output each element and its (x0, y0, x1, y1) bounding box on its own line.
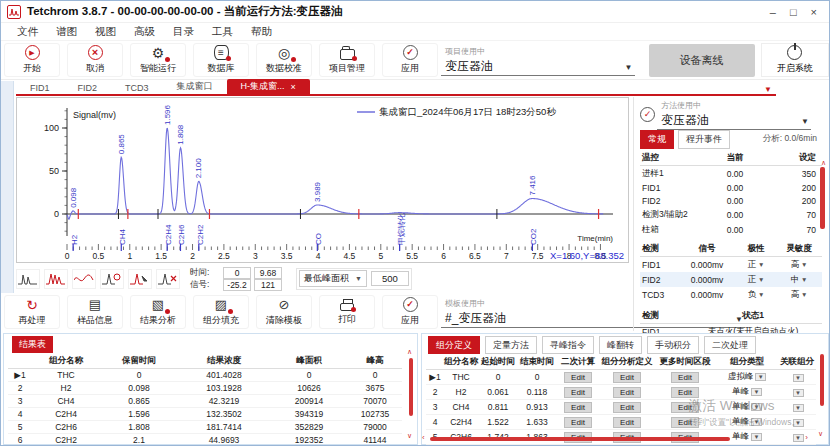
min-peak-area-value[interactable]: 500 (371, 271, 409, 286)
toolbar-button-apply[interactable]: 应用 (382, 295, 438, 329)
wave-tool-icon[interactable] (72, 269, 96, 289)
table-row[interactable]: 4C2H41.5221.633EditEditEdit单峰▼▼ (426, 415, 816, 430)
minimize-button[interactable]: – (770, 6, 776, 18)
table-row[interactable]: 5C2H61.808181.741435282979000 (8, 421, 402, 434)
definitions-horizontal-scrollbar[interactable]: ‹ › (426, 435, 804, 442)
definitions-vertical-scrollbar[interactable]: ∨ (817, 352, 826, 432)
edit-button[interactable]: Edit (564, 387, 592, 398)
edit-button[interactable]: Edit (564, 402, 592, 413)
toolbar-button-reprocess[interactable]: 再处理 (4, 295, 60, 329)
tab-overflow-icon[interactable]: ▼ (764, 85, 776, 94)
min-peak-area-select[interactable]: 最低峰面积 ▼ (299, 270, 367, 287)
edit-button[interactable]: Edit (613, 387, 641, 398)
table-row[interactable]: FID10.000mv正 ▼高 ▼ (640, 257, 822, 273)
table-row[interactable]: FID20.00200 (640, 194, 822, 207)
toolbar-button-project[interactable]: 项目管理 (319, 43, 375, 77)
peaks-group-tool-icon[interactable] (44, 269, 68, 289)
definition-tab-定量方法[interactable]: 定量方法 (485, 336, 537, 354)
table-row[interactable]: 柱箱0.0070 (640, 222, 822, 237)
table-row[interactable]: 检测3/辅助20.0070 (640, 207, 822, 222)
table-row[interactable]: 进样10.00350 (640, 166, 822, 182)
table-row[interactable]: ▶1THC0401.402800 (8, 369, 402, 382)
toolbar-button-clear-template[interactable]: 清除模板 (256, 295, 312, 329)
scroll-up-icon[interactable]: ∧ (821, 159, 826, 167)
tab-close-icon[interactable]: × (291, 82, 296, 92)
toolbar-button-cancel[interactable]: 取消 (67, 43, 123, 77)
chevron-down-icon[interactable]: ▼ (793, 389, 804, 397)
edit-button[interactable]: Edit (671, 372, 699, 383)
edit-button[interactable]: Edit (613, 402, 641, 413)
toolbar-button-print[interactable]: 打印 (319, 295, 375, 329)
method-tab-程升事件[interactable]: 程升事件 (678, 130, 730, 149)
results-vertical-scrollbar[interactable]: ∧ ∨ (406, 348, 415, 440)
chevron-down-icon[interactable]: ▼ (756, 261, 764, 268)
menu-item-6[interactable]: 工具 (204, 24, 241, 40)
edit-button[interactable]: Edit (613, 417, 641, 428)
toolbar-button-apply[interactable]: 应用 (382, 43, 438, 77)
peak-circle-tool-icon[interactable] (100, 269, 124, 289)
menu-item-3[interactable]: 视图 (87, 24, 124, 40)
table-row[interactable]: 4C2H41.596132.3502394319102735 (8, 408, 402, 421)
definition-tab-手动积分[interactable]: 手动积分 (647, 336, 699, 354)
power-on-button[interactable]: 开启系统 (761, 43, 829, 77)
scroll-down-icon[interactable]: ∨ (407, 432, 412, 440)
table-row[interactable]: 6C2H22.144.969319235241144 (8, 434, 402, 446)
chromatogram-chart[interactable]: 05010000.511.522.533.544.555.566.577.588… (16, 97, 629, 263)
scroll-left-icon[interactable]: ‹ (422, 433, 425, 442)
close-button[interactable]: × (811, 6, 817, 18)
menu-item-7[interactable]: 帮助 (243, 24, 280, 40)
table-row[interactable]: TCD30.000mv负 ▼高 ▼ (640, 287, 822, 302)
apply-method-icon[interactable] (640, 107, 655, 122)
project-select[interactable]: 项目使用中 变压器油 ▼ (445, 44, 635, 76)
table-row[interactable]: FID20.000mv正 ▼中 ▼ (640, 272, 822, 287)
definition-tab-二次处理[interactable]: 二次处理 (704, 336, 756, 354)
signal-min-field[interactable]: -25.2 (223, 279, 251, 291)
tab-active-integration-window[interactable]: H-集成窗...× (227, 79, 310, 94)
chevron-down-icon[interactable]: ▼ (799, 276, 807, 283)
tab-fid2[interactable]: FID2 (64, 82, 112, 94)
table-row[interactable]: 2H20.0610.118EditEditEdit单峰▼▼ (426, 385, 816, 400)
scroll-down-icon[interactable]: ∨ (818, 430, 823, 438)
device-offline-button[interactable]: 设备离线 (649, 44, 755, 77)
chevron-down-icon[interactable]: ▼ (799, 291, 807, 298)
toolbar-button-calibration[interactable]: 数据校准 (256, 43, 312, 77)
table-row[interactable]: 3CH40.8110.913EditEditEdit单峰▼▼ (426, 400, 816, 415)
toolbar-button-component-fill[interactable]: 组分填充 (193, 295, 249, 329)
results-tab[interactable]: 结果表 (12, 336, 53, 353)
edit-button[interactable]: Edit (671, 402, 699, 413)
menu-item-1[interactable]: 文件 (9, 24, 46, 40)
temp-table-scrollbar[interactable] (820, 167, 825, 229)
signal-max-field[interactable]: 121 (254, 279, 282, 291)
tab-fid1[interactable]: FID1 (16, 82, 64, 94)
peak-delete-tool-icon[interactable] (156, 269, 180, 289)
edit-button[interactable]: Edit (564, 417, 592, 428)
time-max-field[interactable]: 9.68 (254, 267, 282, 279)
chevron-down-icon[interactable]: ▼ (751, 403, 762, 411)
definition-tab-峰翻转[interactable]: 峰翻转 (599, 336, 642, 354)
scroll-right-icon[interactable]: › (805, 433, 808, 442)
tab-集成窗口[interactable]: 集成窗口 (163, 79, 227, 94)
toolbar-button-result-analysis[interactable]: 结果分析 (130, 295, 186, 329)
time-min-field[interactable]: 0 (223, 267, 251, 279)
chevron-down-icon[interactable]: ▼ (755, 373, 766, 381)
table-row[interactable]: FID10.00200 (640, 181, 822, 194)
table-row[interactable]: 3CH40.86542.321920091470070 (8, 395, 402, 408)
toolbar-button-play[interactable]: 开始 (4, 43, 60, 77)
edit-button[interactable]: Edit (564, 372, 592, 383)
edit-button[interactable]: Edit (671, 417, 699, 428)
scroll-up-icon[interactable]: ∧ (407, 348, 412, 356)
chevron-down-icon[interactable]: ▼ (793, 404, 804, 412)
peak-cursor-tool-icon[interactable] (128, 269, 152, 289)
method-tab-常规[interactable]: 常规 (640, 130, 674, 149)
chevron-down-icon[interactable]: ▼ (799, 261, 807, 268)
peaks-pair-tool-icon[interactable] (16, 269, 40, 289)
chevron-down-icon[interactable]: ▼ (756, 291, 764, 298)
edit-button[interactable]: Edit (613, 372, 641, 383)
chevron-down-icon[interactable]: ▼ (756, 276, 764, 283)
chevron-down-icon[interactable]: ▼ (793, 419, 804, 427)
table-row[interactable]: ▶1THC00EditEditEdit虚拟峰▼▼ (426, 370, 816, 385)
menu-item-2[interactable]: 谱图 (48, 24, 85, 40)
toolbar-button-smart-run[interactable]: 智能运行 (130, 43, 186, 77)
definition-tab-寻峰指令[interactable]: 寻峰指令 (542, 336, 594, 354)
method-select[interactable]: 方法使用中 变压器油 ▼ (661, 98, 811, 130)
